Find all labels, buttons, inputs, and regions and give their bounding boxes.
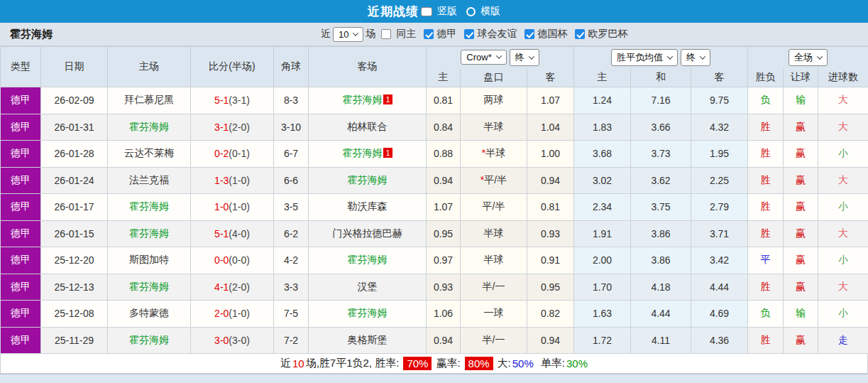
filter-bar: 霍芬海姆 近 10 场 同主 德甲 球会友谊 德国杯 欧罗巴杯 [0,23,868,46]
cell-score: 5-1(4-0) [191,220,274,247]
cell-goals: 大 [818,220,868,247]
cell-avg-away: 2.25 [691,167,748,194]
cell-away-team[interactable]: 霍芬海姆1 [309,141,427,168]
cell-home-team[interactable]: 霍芬海姆 [108,327,191,354]
cell-away-team[interactable]: 汉堡 [309,274,427,301]
cell-date: 26-01-15 [41,220,108,247]
table-row: 德甲 25-11-29 霍芬海姆 3-0(3-0) 7-2 奥格斯堡 0.94 … [1,327,868,354]
same-home-checkbox[interactable] [381,29,391,39]
cell-away-team[interactable]: 霍芬海姆 [309,247,427,274]
chevron-down-icon [700,53,705,59]
cell-odds-line: *半球 [461,141,527,168]
cell-goals: 大 [818,167,868,194]
table-row: 德甲 25-12-08 多特蒙德 2-0(1-0) 7-5 霍芬海姆 1.06 … [1,301,868,328]
cell-home-team[interactable]: 多特蒙德 [108,301,191,328]
club-friendly-checkbox[interactable] [464,29,474,39]
cell-odds-home: 1.06 [427,301,461,328]
cell-result: 胜 [748,167,784,194]
table-row: 德甲 26-02-09 拜仁慕尼黑 5-1(3-1) 8-3 霍芬海姆1 0.8… [1,87,868,114]
league-badge: 德甲 [1,220,41,247]
cell-home-team[interactable]: 霍芬海姆 [108,194,191,221]
cell-odds-away: 0.91 [527,247,574,274]
col-header-away: 客场 [309,47,427,87]
cell-score: 2-0(1-0) [191,301,274,328]
odds-stage-select[interactable]: 终 [510,49,539,66]
club-friendly-label[interactable]: 球会友谊 [477,28,517,41]
bundesliga-label[interactable]: 德甲 [436,28,456,41]
europa-league-checkbox[interactable] [575,29,585,39]
win-rate-badge: 70% [403,357,432,370]
cell-avg-away: 3.42 [691,247,748,274]
recent-results-table: 类型 日期 主场 比分(半场) 角球 客场 Crow* 终 胜平负均值 终 全场… [0,46,868,354]
cell-away-team[interactable]: 勒沃库森 [309,194,427,221]
bookmaker-select[interactable]: Crow* [461,50,506,65]
cell-corner: 7-5 [274,301,309,328]
single-rate-value: 30% [566,357,588,369]
cell-avg-draw: 3.86 [631,247,691,274]
cell-away-team[interactable]: 奥格斯堡 [309,327,427,354]
cell-home-team[interactable]: 云达不莱梅 [108,141,191,168]
col-header-odds-away: 客 [527,68,574,87]
cell-home-team[interactable]: 霍芬海姆 [108,274,191,301]
vertical-layout-label[interactable]: 竖版 [437,5,457,18]
scope-select[interactable]: 全场 [789,49,828,66]
odds-group-header: Crow* 终 [427,47,574,68]
cell-handicap: 赢 [784,194,818,221]
bundesliga-checkbox[interactable] [424,29,434,39]
cell-home-team[interactable]: 霍芬海姆 [108,220,191,247]
cell-corner: 6-6 [274,167,309,194]
cell-away-team[interactable]: 霍芬海姆 [309,167,427,194]
europa-league-label[interactable]: 欧罗巴杯 [588,28,627,41]
summary-count: 10 [292,357,304,369]
cell-odds-line: *平/半 [461,167,527,194]
german-cup-checkbox[interactable] [524,29,534,39]
cell-score: 1-3(1-0) [191,167,274,194]
rank-badge: 1 [383,95,392,104]
horizontal-layout-label[interactable]: 横版 [480,5,500,18]
cell-avg-away: 1.95 [691,141,748,168]
cell-goals: 小 [818,141,868,168]
cell-corner: 8-3 [274,87,309,114]
avg-group-header: 胜平负均值 终 [574,47,748,68]
cell-avg-draw: 4.11 [631,327,691,354]
cell-corner: 4-2 [274,247,309,274]
horizontal-layout-radio[interactable] [466,7,476,16]
top-title-bar: 近期战绩 竖版 横版 [0,0,868,23]
cell-avg-away: 4.44 [691,274,748,301]
cell-away-team[interactable]: 霍芬海姆1 [309,87,427,114]
league-badge: 德甲 [1,114,41,141]
cell-corner: 3-3 [274,274,309,301]
avg-stage-select[interactable]: 终 [681,49,710,66]
cell-home-team[interactable]: 拜仁慕尼黑 [108,87,191,114]
cell-away-team[interactable]: 霍芬海姆 [309,301,427,328]
cell-avg-draw: 3.75 [631,194,691,221]
cell-home-team[interactable]: 斯图加特 [108,247,191,274]
cell-avg-away: 4.69 [691,301,748,328]
cell-avg-draw: 4.44 [631,301,691,328]
wdl-average-select[interactable]: 胜平负均值 [611,49,678,66]
cell-result: 胜 [748,274,784,301]
cell-handicap: 输 [784,301,818,328]
league-badge: 德甲 [1,327,41,354]
german-cup-label[interactable]: 德国杯 [537,28,567,41]
cell-away-team[interactable]: 柏林联合 [309,114,427,141]
cell-result: 负 [748,87,784,114]
cell-date: 26-01-17 [41,194,108,221]
cell-result: 胜 [748,194,784,221]
cell-corner: 3-5 [274,194,309,221]
cell-odds-line: 半球 [461,220,527,247]
filter-controls: 近 10 场 同主 德甲 球会友谊 德国杯 欧罗巴杯 [321,23,627,45]
cell-away-team[interactable]: 门兴格拉德巴赫 [309,220,427,247]
cell-corner: 6-7 [274,141,309,168]
vertical-layout-radio[interactable] [421,7,432,16]
cell-result: 胜 [748,327,784,354]
cell-avg-away: 4.32 [691,114,748,141]
table-row: 德甲 25-12-20 斯图加特 0-0(0-0) 4-2 霍芬海姆 0.97 … [1,247,868,274]
cell-score: 3-1(2-0) [191,114,274,141]
match-count-select[interactable]: 10 [333,27,363,42]
cell-home-team[interactable]: 法兰克福 [108,167,191,194]
chevron-down-icon [353,30,358,36]
team-name: 霍芬海姆 [10,28,53,41]
same-home-label[interactable]: 同主 [396,28,416,41]
cell-home-team[interactable]: 霍芬海姆 [108,114,191,141]
